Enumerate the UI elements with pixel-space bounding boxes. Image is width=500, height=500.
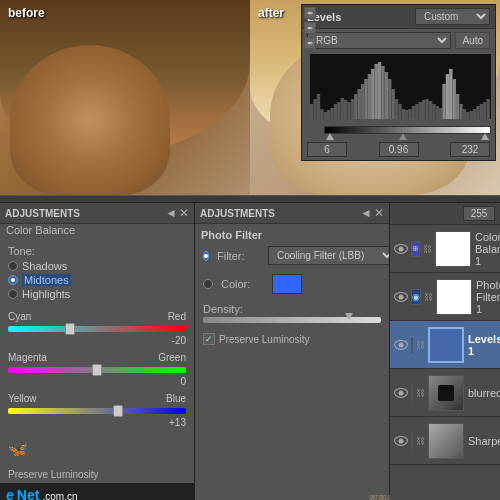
- layer-item-levels[interactable]: ⛓ Levels 1: [390, 321, 500, 369]
- white-point-triangle[interactable]: [481, 133, 489, 140]
- svg-rect-36: [429, 101, 432, 119]
- layer-name-pf: Photo Filter 1: [476, 279, 500, 315]
- svg-rect-33: [419, 102, 422, 119]
- preserve-luminosity-check-label: Preserve Luminosity: [219, 334, 310, 345]
- shadows-radio[interactable]: [8, 261, 18, 271]
- svg-rect-25: [391, 89, 394, 119]
- density-slider-thumb[interactable]: [345, 313, 353, 320]
- midtones-radio-row[interactable]: Midtones: [8, 274, 186, 286]
- layer-adj-icon-blurred: [411, 385, 413, 401]
- color-balance-section-label: ADJUSTMENTS: [5, 208, 80, 219]
- svg-rect-49: [473, 109, 476, 119]
- svg-rect-44: [456, 94, 459, 119]
- svg-rect-15: [358, 89, 361, 119]
- svg-rect-20: [374, 64, 377, 119]
- watermark: 图图教程网 www.dhaizidian.com: [369, 493, 390, 500]
- levels-panel: Levels Custom RGB Auto ✒ ✒ ✒: [301, 4, 496, 161]
- layer-name-sharpen: Sharpen: [468, 435, 500, 447]
- svg-rect-54: [412, 345, 413, 352]
- yellow-blue-thumb[interactable]: [113, 405, 123, 417]
- svg-rect-23: [385, 72, 388, 119]
- layer-eye-color-balance[interactable]: [394, 241, 408, 257]
- cyan-red-thumb[interactable]: [65, 323, 75, 335]
- svg-rect-38: [436, 106, 439, 119]
- yellow-blue-labels: Yellow Blue: [8, 393, 186, 404]
- channel-select[interactable]: RGB: [307, 32, 451, 49]
- bottom-area: ADJUSTMENTS ◄ ✕ Color Balance Tone: Shad…: [0, 203, 500, 500]
- preserve-luminosity-label: Preserve Luminosity: [0, 466, 194, 483]
- yellow-blue-track[interactable]: [8, 406, 186, 416]
- cyan-red-labels: Cyan Red: [8, 311, 186, 322]
- midtones-radio[interactable]: [8, 275, 18, 285]
- svg-rect-32: [415, 104, 418, 119]
- layer-eye-pf[interactable]: [394, 289, 408, 305]
- auto-button[interactable]: Auto: [455, 32, 490, 49]
- mid-point-triangle[interactable]: [399, 133, 407, 140]
- svg-rect-17: [364, 79, 367, 119]
- pf-panel-collapse-icon[interactable]: ◄: [360, 206, 372, 220]
- eyedropper-black[interactable]: ✒: [304, 7, 316, 19]
- highlights-radio[interactable]: [8, 289, 18, 299]
- yellow-blue-gradient: [8, 408, 186, 414]
- cyan-red-track[interactable]: [8, 324, 186, 334]
- magenta-green-thumb[interactable]: [92, 364, 102, 376]
- layer-eye-blurred[interactable]: [394, 385, 408, 401]
- layer-item-color-balance[interactable]: ⊕ ⛓ Color Balance 1: [390, 225, 500, 273]
- magenta-green-slider-row: Magenta Green 0: [8, 352, 186, 387]
- color-row: Color:: [195, 271, 389, 297]
- filter-radio[interactable]: [203, 251, 209, 261]
- magenta-green-track[interactable]: [8, 365, 186, 375]
- svg-rect-3: [317, 94, 320, 119]
- pf-panel-close-icon[interactable]: ✕: [374, 206, 384, 220]
- svg-rect-9: [337, 102, 340, 119]
- svg-rect-39: [439, 108, 442, 119]
- color-balance-panel-header[interactable]: ADJUSTMENTS ◄ ✕: [0, 203, 194, 224]
- layers-panel-header: [390, 203, 500, 225]
- preserve-checkbox[interactable]: ✓: [203, 333, 215, 345]
- mid-level-input[interactable]: [379, 142, 419, 157]
- layer-eye-levels[interactable]: [394, 337, 408, 353]
- eyedropper-white[interactable]: ✒: [304, 37, 316, 49]
- blue-label: Blue: [166, 393, 186, 404]
- highlights-radio-row[interactable]: Highlights: [8, 288, 186, 300]
- tone-section: Tone: Shadows Midtones Highlights: [0, 241, 194, 306]
- layer-item-blurred[interactable]: ⛓ blurred: [390, 369, 500, 417]
- svg-rect-18: [368, 74, 371, 119]
- enet-brand: e: [6, 487, 14, 500]
- color-radio[interactable]: [203, 279, 213, 289]
- magenta-green-labels: Magenta Green: [8, 352, 186, 363]
- layers-header-right: [463, 206, 495, 221]
- eyedropper-gray[interactable]: ✒: [304, 22, 316, 34]
- svg-rect-37: [432, 104, 435, 119]
- density-slider-track[interactable]: [203, 317, 381, 323]
- enet-logo: e Net .com.cn: [0, 483, 194, 500]
- panel-collapse-icon[interactable]: ◄: [165, 206, 177, 220]
- svg-rect-41: [446, 74, 449, 119]
- layer-item-photo-filter[interactable]: ◉ ⛓ Photo Filter 1: [390, 273, 500, 321]
- svg-rect-22: [381, 66, 384, 119]
- color-swatch[interactable]: [272, 274, 302, 294]
- midtones-label: Midtones: [22, 274, 71, 286]
- photo-filter-panel: ADJUSTMENTS ◄ ✕ Photo Filter Filter: Coo…: [195, 203, 390, 500]
- butterfly-icon: 🦋: [8, 440, 28, 459]
- levels-preset-select[interactable]: Custom: [415, 8, 490, 25]
- svg-rect-42: [449, 69, 452, 119]
- shadows-radio-row[interactable]: Shadows: [8, 260, 186, 272]
- blurred-inner: [438, 385, 454, 401]
- panel-close-icon[interactable]: ✕: [179, 206, 189, 220]
- black-point-triangle[interactable]: [326, 133, 334, 140]
- layer-opacity-input[interactable]: [463, 206, 495, 221]
- color-balance-title: Color Balance: [0, 224, 194, 241]
- histogram-container: ✒ ✒ ✒: [306, 54, 491, 124]
- layer-item-sharpen[interactable]: ⛓ Sharpen: [390, 417, 500, 465]
- svg-rect-1: [310, 104, 313, 119]
- filter-dropdown[interactable]: Cooling Filter (LBB): [268, 246, 390, 265]
- svg-rect-29: [405, 110, 408, 119]
- comparison-area: before after Levels Custom RGB Auto ✒ ✒ …: [0, 0, 500, 195]
- photo-filter-panel-header[interactable]: ADJUSTMENTS ◄ ✕: [195, 203, 389, 224]
- layer-eye-sharpen[interactable]: [394, 433, 408, 449]
- color-sliders-section: Cyan Red -20 Magenta Green 0: [0, 306, 194, 437]
- density-row: Density:: [195, 300, 389, 328]
- white-level-input[interactable]: [450, 142, 490, 157]
- black-level-input[interactable]: [307, 142, 347, 157]
